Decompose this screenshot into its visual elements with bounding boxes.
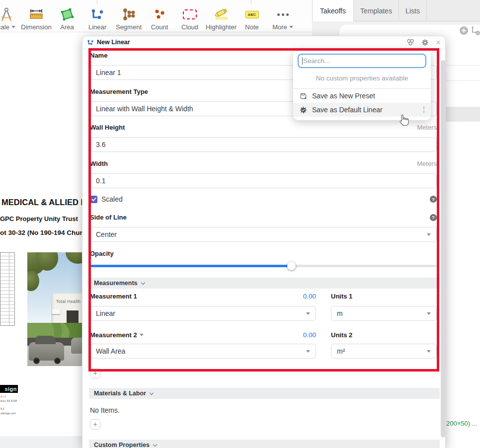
tool-dimension[interactable]: Dimension xyxy=(19,2,54,31)
linear-plus-icon xyxy=(471,26,480,36)
app-window: cale Dimension Area Linear Segment xyxy=(0,0,480,448)
search-input[interactable] xyxy=(303,57,422,65)
chevron-down-icon xyxy=(150,390,154,394)
close-icon[interactable]: × xyxy=(436,38,441,47)
opacity-slider-thumb[interactable] xyxy=(287,262,296,270)
panel-row-hover[interactable] xyxy=(446,107,480,122)
more-icon xyxy=(277,5,289,23)
tool-highlighter-label: Highlighter xyxy=(206,23,237,31)
add-linear-takeoff-button[interactable] xyxy=(471,26,480,38)
help-icon[interactable]: ? xyxy=(430,196,437,203)
save-plus-icon xyxy=(300,92,307,100)
logo-text-line: o r s xyxy=(0,395,6,398)
tool-scale-label: cale xyxy=(0,23,9,31)
firm-logo: sign xyxy=(0,385,18,393)
text-cursor xyxy=(302,57,303,65)
panel-row-divider xyxy=(446,65,480,66)
tool-highlighter[interactable]: Highlighter xyxy=(204,2,239,31)
chevron-down-icon xyxy=(141,280,145,284)
tab-lists[interactable]: Lists xyxy=(399,0,427,21)
panel-row-divider xyxy=(446,80,480,81)
area-icon xyxy=(59,5,75,23)
measurement1-select[interactable]: Linear xyxy=(90,306,316,321)
tool-linear[interactable]: Linear xyxy=(84,2,110,31)
chevron-down-icon xyxy=(153,442,157,446)
tool-segment[interactable]: Segment xyxy=(113,2,144,31)
chevron-down-icon xyxy=(140,334,144,336)
check-icon xyxy=(91,197,96,202)
tool-count[interactable]: Count xyxy=(147,2,172,31)
tool-note-label: Note xyxy=(245,23,258,31)
item-options-icon[interactable] xyxy=(423,107,425,113)
opacity-label: Opacity xyxy=(90,250,114,257)
chevron-down-icon xyxy=(306,350,310,353)
wall-height-label: Wall Height xyxy=(90,124,125,131)
materials-section-header[interactable]: Materials & Labor xyxy=(89,388,440,399)
measurement2-value: 0.00 xyxy=(303,331,316,339)
tool-cloud-label: Cloud xyxy=(181,23,198,31)
menu-item-save-default-linear[interactable]: Save as Default Linear xyxy=(293,103,431,117)
units1-select[interactable]: m xyxy=(331,306,437,321)
chevron-down-icon xyxy=(427,312,431,315)
count-icon xyxy=(153,5,166,23)
width-input[interactable] xyxy=(90,173,437,188)
popup-empty-text: No custom properties available xyxy=(293,75,431,82)
logo-text-line: odesign.com xyxy=(0,412,16,415)
presets-button[interactable] xyxy=(406,39,414,46)
materials-empty-text: No Items. xyxy=(90,406,120,414)
doc-address: ot 30-32 (No 190-194 Churchi xyxy=(0,229,82,236)
tool-linear-label: Linear xyxy=(88,23,106,31)
tool-segment-label: Segment xyxy=(116,23,142,31)
dialog-scrollbar[interactable] xyxy=(441,60,446,438)
add-measurement-button[interactable]: + xyxy=(90,368,100,378)
tool-area[interactable]: Area xyxy=(56,2,79,31)
menu-item-save-new-preset[interactable]: Save as New Preset xyxy=(293,89,431,103)
help-icon[interactable]: ? xyxy=(430,214,437,221)
wall-height-input[interactable] xyxy=(90,137,437,152)
tool-area-label: Area xyxy=(60,23,74,31)
awning xyxy=(52,309,61,314)
building-sign: Total Health xyxy=(55,299,82,304)
chevron-down-icon xyxy=(427,233,431,236)
units2-label: Units 2 xyxy=(331,331,352,339)
doc-title: MEDICAL & ALLIED HEA xyxy=(1,198,82,207)
dimension-icon xyxy=(28,5,45,23)
chevron-down-icon xyxy=(306,312,310,315)
logo-text-line: 9 2 xyxy=(0,407,4,410)
segment-icon xyxy=(121,5,136,23)
gear-icon xyxy=(421,39,429,46)
scale-icon xyxy=(0,5,14,23)
preset-popup: No custom properties available Save as N… xyxy=(293,50,431,120)
tool-note[interactable]: ABC Note xyxy=(241,2,262,31)
linear-icon xyxy=(87,39,94,46)
scaled-checkbox[interactable] xyxy=(90,196,97,203)
add-takeoff-button[interactable] xyxy=(459,26,469,37)
wall-height-unit: Meters xyxy=(417,124,437,131)
measurement2-select[interactable]: Wall Area xyxy=(90,344,316,359)
takeoff-item-partial[interactable]: 200×50) ... xyxy=(446,420,478,427)
tab-templates[interactable]: Templates xyxy=(354,0,399,21)
add-material-button[interactable]: + xyxy=(90,419,100,430)
custom-properties-section-header[interactable]: Custom Properties xyxy=(89,440,440,448)
tree xyxy=(66,252,82,264)
tab-takeoffs[interactable]: Takeoffs xyxy=(312,0,354,22)
measurement2-label[interactable]: Measurement 2 xyxy=(90,331,144,339)
units1-label: Units 1 xyxy=(331,293,352,300)
tool-cloud[interactable]: Cloud xyxy=(178,2,202,31)
name-label: Name xyxy=(90,52,107,59)
chevron-down-icon xyxy=(11,26,15,28)
page-edge xyxy=(0,436,82,448)
plus-circle-icon xyxy=(459,26,469,35)
tool-more-label: More xyxy=(272,23,287,31)
measurements-section-header[interactable]: Measurements xyxy=(89,278,440,289)
opacity-slider[interactable] xyxy=(90,265,437,267)
logo-text-line: bury SA 5108 xyxy=(0,399,17,402)
side-of-line-select[interactable]: Center xyxy=(90,227,437,242)
popup-search[interactable] xyxy=(298,54,426,68)
width-unit: Meters xyxy=(417,160,437,167)
car xyxy=(29,342,64,361)
tool-more[interactable]: More xyxy=(268,2,297,31)
dialog-title: New Linear xyxy=(97,39,130,46)
settings-button[interactable] xyxy=(421,39,429,46)
units2-select[interactable]: m² xyxy=(331,344,437,359)
